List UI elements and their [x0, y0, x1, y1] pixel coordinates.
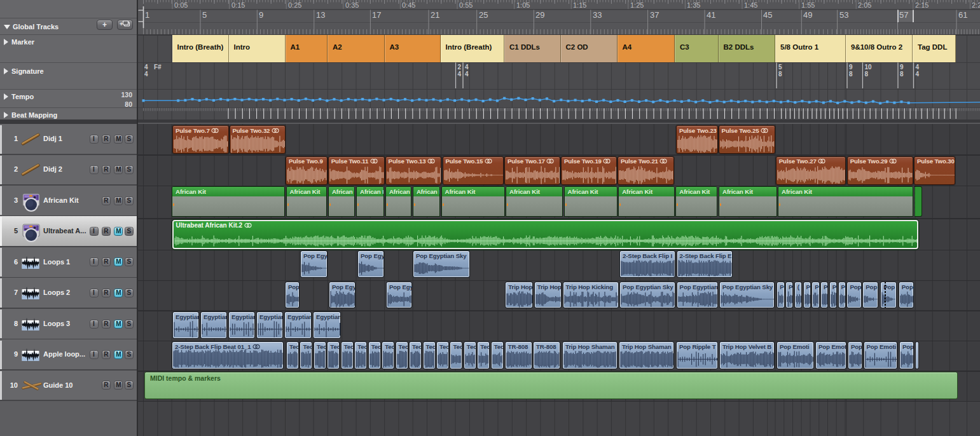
svg-text:+: + — [120, 21, 123, 27]
